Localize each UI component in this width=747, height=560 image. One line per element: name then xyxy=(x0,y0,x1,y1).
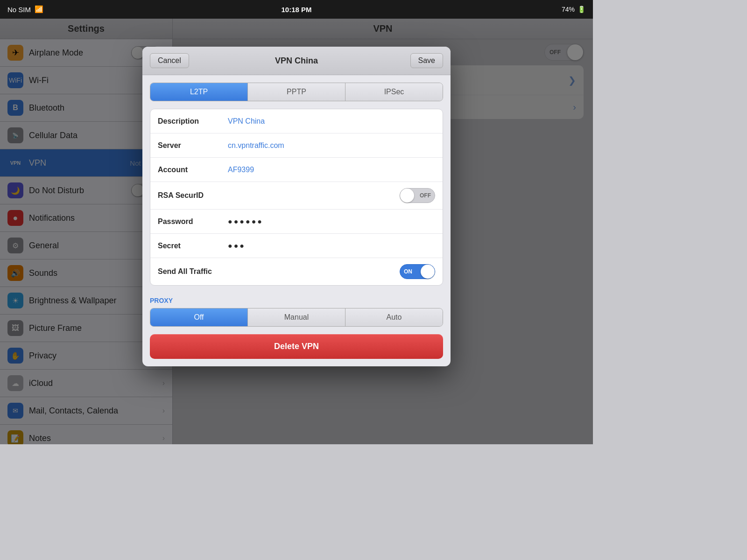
rsa-toggle[interactable]: OFF xyxy=(400,188,435,203)
proxy-tab-manual[interactable]: Manual xyxy=(248,308,345,326)
proxy-tab-off[interactable]: Off xyxy=(150,308,248,326)
account-label: Account xyxy=(158,166,228,174)
status-right: 74% 🔋 xyxy=(562,6,585,13)
cancel-button[interactable]: Cancel xyxy=(150,53,189,68)
status-time: 10:18 PM xyxy=(281,6,311,14)
password-dots: ●●●●●● xyxy=(228,217,263,226)
vpn-config-modal: Cancel VPN China Save L2TP PPTP IPSec De… xyxy=(142,47,451,366)
modal-title: VPN China xyxy=(275,56,318,66)
status-left: No SIM 📶 xyxy=(7,5,43,14)
form-row-account[interactable]: Account AF9399 xyxy=(150,158,443,182)
send-all-traffic-label: Send All Traffic xyxy=(158,267,228,276)
rsa-toggle-knob xyxy=(400,189,414,203)
description-value: VPN China xyxy=(228,117,435,126)
tab-ipsec[interactable]: IPSec xyxy=(345,83,443,101)
rsa-toggle-label: OFF xyxy=(420,192,431,199)
form-row-server[interactable]: Server cn.vpntraffic.com xyxy=(150,133,443,158)
send-all-traffic-toggle-label: ON xyxy=(404,268,412,275)
account-value: AF9399 xyxy=(228,166,435,174)
secret-label: Secret xyxy=(158,242,228,250)
form-row-rsa[interactable]: RSA SecurID OFF xyxy=(150,182,443,210)
send-all-traffic-knob xyxy=(421,265,435,279)
form-row-description[interactable]: Description VPN China xyxy=(150,109,443,133)
delete-vpn-button[interactable]: Delete VPN xyxy=(150,334,443,359)
wifi-icon: 📶 xyxy=(35,5,43,14)
server-value: cn.vpntraffic.com xyxy=(228,141,435,150)
battery-icon: 🔋 xyxy=(578,6,585,13)
modal-header: Cancel VPN China Save xyxy=(142,47,451,75)
send-all-traffic-toggle[interactable]: ON xyxy=(400,264,435,279)
status-bar: No SIM 📶 10:18 PM 74% 🔋 xyxy=(0,0,593,19)
secret-dots: ●●● xyxy=(228,242,246,250)
battery-percent: 74% xyxy=(562,6,575,13)
description-label: Description xyxy=(158,117,228,126)
proxy-tabs[interactable]: Off Manual Auto xyxy=(150,308,443,327)
modal-overlay: Cancel VPN China Save L2TP PPTP IPSec De… xyxy=(0,19,593,444)
form-row-password[interactable]: Password ●●●●●● xyxy=(150,210,443,234)
rsa-label: RSA SecurID xyxy=(158,191,228,200)
form-row-secret[interactable]: Secret ●●● xyxy=(150,234,443,258)
form-row-send-all-traffic[interactable]: Send All Traffic ON xyxy=(150,258,443,285)
save-button[interactable]: Save xyxy=(410,53,443,68)
password-label: Password xyxy=(158,217,228,226)
proxy-label: Proxy xyxy=(142,293,451,306)
server-label: Server xyxy=(158,141,228,150)
tab-l2tp[interactable]: L2TP xyxy=(150,83,248,101)
tab-pptp[interactable]: PPTP xyxy=(248,83,345,101)
proxy-tab-auto[interactable]: Auto xyxy=(345,308,443,326)
no-sim-label: No SIM xyxy=(7,6,31,14)
vpn-form: Description VPN China Server cn.vpntraff… xyxy=(150,109,443,286)
modal-header-inner: Cancel VPN China Save xyxy=(150,53,443,68)
protocol-tabs[interactable]: L2TP PPTP IPSec xyxy=(150,83,443,101)
